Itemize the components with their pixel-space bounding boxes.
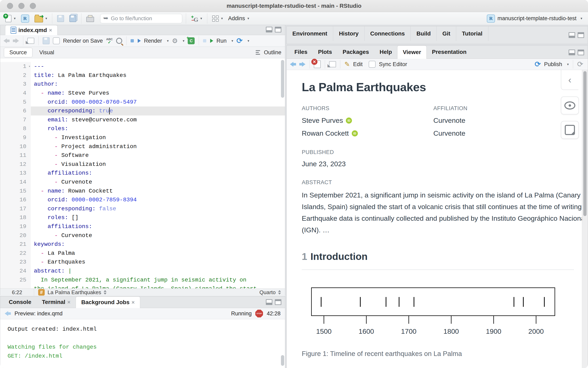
code-line[interactable]: 3author:	[0, 80, 285, 89]
print-button[interactable]	[85, 14, 95, 23]
code-line[interactable]: 14 - Curvenote	[0, 178, 285, 187]
edit-button[interactable]: Edit	[353, 61, 363, 67]
minimize-pane-icon[interactable]	[266, 27, 272, 32]
find-replace-icon[interactable]	[116, 38, 122, 44]
code-line[interactable]: 18 roles: []	[0, 213, 285, 222]
minimize-pane-icon[interactable]	[266, 299, 272, 305]
maximize-pane-icon[interactable]	[578, 32, 584, 38]
tab-terminal[interactable]: Terminal×	[37, 296, 76, 308]
new-project-button[interactable]: R	[20, 14, 30, 23]
orcid-icon[interactable]: iD	[346, 118, 352, 124]
insert-chunk-icon[interactable]: C	[188, 37, 195, 44]
tab-connections[interactable]: Connections	[365, 26, 411, 41]
code-line[interactable]: 7 email: steve@curvenote.com	[0, 115, 285, 124]
minimize-pane-icon[interactable]	[569, 50, 575, 55]
project-menu-button[interactable]: R manuscript-template-rstudio-test ▾	[487, 15, 584, 23]
editor-scrollbar[interactable]	[281, 60, 284, 98]
render-on-save-checkbox[interactable]	[53, 37, 60, 44]
job-output[interactable]: Output created: index.htmlWatching files…	[0, 319, 285, 368]
maximize-pane-icon[interactable]	[275, 299, 281, 305]
collapse-panel-button[interactable]: ‹	[561, 70, 579, 90]
viewer-refresh-icon[interactable]: ⟳	[577, 61, 583, 68]
viewer-scrollbar-track[interactable]	[582, 70, 588, 368]
code-line[interactable]: 12 - Visualization	[0, 160, 285, 169]
save-all-button[interactable]	[68, 14, 78, 23]
code-line[interactable]: 20 - Curvenote	[0, 231, 285, 240]
tab-console[interactable]: Console	[3, 296, 37, 308]
source-refresh-icon[interactable]: ⟳	[237, 37, 243, 45]
code-line[interactable]: 25 In September 2021, a significant jump…	[0, 275, 285, 284]
save-button[interactable]	[56, 14, 65, 23]
stop-job-icon[interactable]: STOP	[255, 310, 263, 317]
back-to-jobs-icon[interactable]	[5, 311, 11, 316]
visibility-button[interactable]	[561, 96, 579, 114]
code-line[interactable]: 19 affiliations:	[0, 222, 285, 231]
addins-button[interactable]: Addins▾	[227, 15, 250, 22]
version-control-button[interactable]: +−G▾	[190, 14, 203, 23]
render-options-gear-icon[interactable]: ⚙	[172, 37, 178, 44]
minimize-pane-icon[interactable]	[569, 32, 575, 38]
tab-tutorial[interactable]: Tutorial	[456, 26, 488, 41]
code-line[interactable]: 9 - Investigation	[0, 133, 285, 142]
tab-plots[interactable]: Plots	[313, 46, 337, 59]
forward-icon[interactable]	[13, 38, 19, 43]
tab-history[interactable]: History	[333, 26, 364, 41]
outline-button[interactable]: Outline	[264, 49, 281, 56]
code-line[interactable]: 1▾---	[0, 62, 285, 71]
viewer-scrollbar-thumb[interactable]	[583, 71, 587, 216]
cursor-position[interactable]: 6:22	[0, 289, 34, 296]
back-icon[interactable]	[3, 38, 9, 43]
fold-arrow-icon[interactable]: ▾	[28, 64, 30, 68]
spellcheck-icon[interactable]: ABC✓	[106, 37, 113, 44]
new-file-button[interactable]: +▾	[4, 14, 17, 23]
code-line[interactable]: 15 - name: Rowan Cockett	[0, 186, 285, 195]
source-mode-button[interactable]: Source	[4, 48, 32, 57]
maximize-pane-icon[interactable]	[275, 27, 281, 32]
open-file-button[interactable]: ➜▾	[33, 14, 49, 23]
tab-packages[interactable]: Packages	[337, 46, 374, 59]
section-indicator[interactable]: La Palma Earthquakes	[47, 289, 101, 295]
tab-environment[interactable]: Environment	[287, 26, 333, 41]
run-button[interactable]: Run	[216, 38, 227, 44]
code-line[interactable]: 21keywords:	[0, 240, 285, 249]
code-line[interactable]: 11 - Software	[0, 151, 285, 160]
code-line[interactable]: 6 corresponding: true	[0, 107, 285, 115]
close-tab-icon[interactable]: ×	[49, 27, 52, 33]
visual-mode-button[interactable]: Visual	[34, 48, 60, 57]
tab-presentation[interactable]: Presentation	[427, 46, 472, 59]
save-document-icon[interactable]	[43, 37, 50, 44]
code-line[interactable]: 23 - Earthquakes	[0, 258, 285, 267]
goto-file-input[interactable]: ➦ Go to file/function	[100, 14, 182, 23]
language-mode[interactable]: Quarto	[259, 289, 276, 295]
viewer-open-in-window-icon[interactable]	[329, 61, 336, 67]
orcid-icon[interactable]: iD	[352, 130, 358, 137]
code-line[interactable]: 22 - La Palma	[0, 249, 285, 258]
code-line[interactable]: 17 corresponding: false	[0, 204, 285, 213]
code-line[interactable]: 13 affiliations:	[0, 169, 285, 178]
pane-layout-button[interactable]: ▾	[211, 15, 224, 22]
annotation-button[interactable]	[561, 121, 579, 139]
sync-editor-checkbox[interactable]	[369, 61, 376, 68]
maximize-pane-icon[interactable]	[578, 50, 584, 55]
close-tab-icon[interactable]: ×	[67, 299, 70, 305]
tab-git[interactable]: Git	[437, 26, 456, 41]
code-line[interactable]: 8 roles:	[0, 124, 285, 133]
tab-build[interactable]: Build	[411, 26, 437, 41]
code-line[interactable]: 4 - name: Steve Purves	[0, 89, 285, 98]
code-line[interactable]: 2title: La Palma Earthquakes	[0, 71, 285, 80]
open-in-new-window-icon[interactable]	[27, 38, 34, 44]
code-editor[interactable]: 1▾---2title: La Palma Earthquakes3author…	[0, 58, 285, 288]
code-line[interactable]: the island of La Palma (Canary Islands, …	[0, 284, 285, 288]
console-scrollbar[interactable]	[281, 355, 284, 366]
tab-files[interactable]: Files	[289, 46, 313, 59]
code-line[interactable]: 10 - Project administration	[0, 142, 285, 151]
tab-viewer[interactable]: Viewer	[397, 46, 427, 59]
clear-viewer-icon[interactable]: ✕	[314, 60, 321, 68]
render-button[interactable]: Render	[144, 38, 162, 44]
code-line[interactable]: 5 orcid: 0000-0002-0760-5497	[0, 98, 285, 107]
tab-background-jobs[interactable]: Background Jobs×	[76, 296, 140, 308]
code-line[interactable]: 16 orcid: 0000-0002-7859-8394	[0, 195, 285, 204]
tab-index-qmd[interactable]: index.qmd ×	[5, 25, 57, 35]
tab-help[interactable]: Help	[374, 46, 397, 59]
publish-button[interactable]: Publish	[544, 61, 562, 67]
